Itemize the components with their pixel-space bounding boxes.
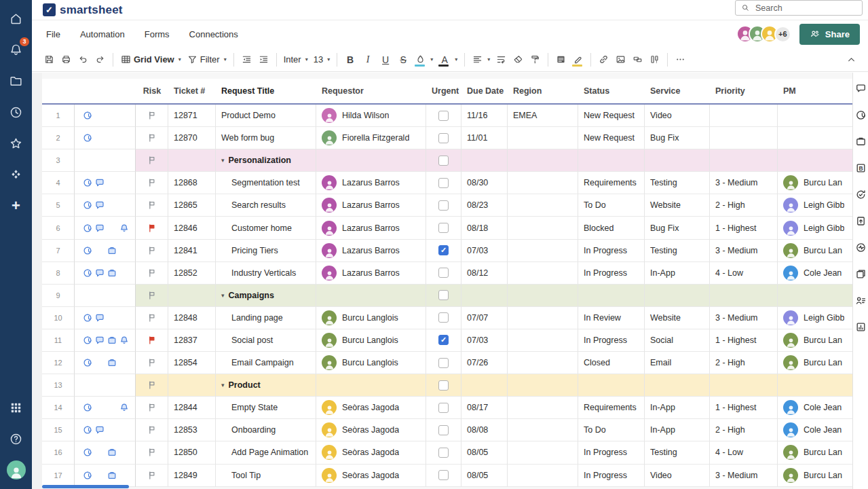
region-cell[interactable] <box>508 374 578 397</box>
nav-help[interactable] <box>7 429 26 448</box>
attachment-icon[interactable] <box>83 200 92 210</box>
status-cell[interactable]: Closed <box>578 352 645 374</box>
status-cell[interactable] <box>578 285 645 307</box>
ticket-cell[interactable]: 12852 <box>168 262 216 285</box>
toolbar-highlight[interactable] <box>569 51 586 69</box>
urgent-checkbox[interactable] <box>438 403 449 413</box>
attachment-icon[interactable] <box>83 471 92 480</box>
priority-cell[interactable]: 3 - Medium <box>710 465 778 487</box>
requestor-cell[interactable]: Burcu Langlois <box>316 329 426 352</box>
urgent-cell[interactable] <box>426 285 461 307</box>
pm-cell[interactable]: Leigh Gibb <box>778 307 852 329</box>
proof-icon[interactable] <box>107 358 117 367</box>
status-cell[interactable]: New Request <box>578 105 645 127</box>
attachment-icon[interactable] <box>83 358 92 367</box>
pm-cell[interactable]: Burcu Lan <box>778 172 852 194</box>
due-date-cell[interactable]: 11/01 <box>461 127 508 149</box>
urgent-cell[interactable] <box>426 397 461 419</box>
attachment-icon[interactable] <box>83 313 92 323</box>
ticket-cell[interactable]: 12871 <box>168 105 216 127</box>
ticket-cell[interactable]: 12865 <box>168 194 216 217</box>
nav-recents[interactable] <box>7 103 26 122</box>
urgent-cell[interactable] <box>426 105 461 127</box>
requestor-avatar[interactable] <box>322 355 337 370</box>
priority-cell[interactable]: 1 - Highest <box>710 329 778 352</box>
row-number-cell[interactable]: 1 <box>42 105 75 127</box>
due-date-cell[interactable]: 08/18 <box>461 217 508 239</box>
pm-avatar[interactable] <box>783 243 798 258</box>
service-cell[interactable] <box>645 149 710 172</box>
due-date-cell[interactable]: 07/03 <box>461 329 508 352</box>
rail-attachments[interactable] <box>855 109 867 121</box>
proof-icon[interactable] <box>107 336 117 345</box>
requestor-cell[interactable] <box>316 374 426 397</box>
toolbar-image[interactable] <box>612 51 629 69</box>
column-header-title[interactable]: Request Title <box>216 86 316 96</box>
pm-cell[interactable] <box>778 105 852 127</box>
due-date-cell[interactable]: 08/05 <box>461 465 508 487</box>
row-number-cell[interactable]: 16 <box>42 441 75 464</box>
urgent-cell[interactable] <box>426 172 461 194</box>
request-title-cell[interactable]: Empty State <box>216 397 316 419</box>
risk-cell[interactable] <box>136 172 168 194</box>
row-number-cell[interactable]: 2 <box>42 127 75 149</box>
status-cell[interactable]: Blocked <box>578 217 645 239</box>
risk-cell[interactable] <box>136 465 168 487</box>
attachment-icon[interactable] <box>83 268 92 278</box>
region-cell[interactable] <box>508 352 578 374</box>
ticket-cell[interactable]: 12850 <box>168 441 216 464</box>
proof-icon[interactable] <box>107 448 117 457</box>
attachment-icon[interactable] <box>83 111 92 120</box>
due-date-cell[interactable]: 08/30 <box>461 172 508 194</box>
due-date-cell[interactable]: 08/05 <box>461 441 508 464</box>
comment-icon[interactable] <box>95 200 105 210</box>
attachment-icon[interactable] <box>83 133 92 143</box>
requestor-cell[interactable]: Fiorella Fitzgerald <box>316 127 426 149</box>
priority-cell[interactable]: 3 - Medium <box>710 240 778 262</box>
urgent-checkbox[interactable] <box>438 470 449 480</box>
request-title-cell[interactable]: Pricing Tiers <box>216 240 316 262</box>
urgent-checkbox[interactable] <box>438 312 449 323</box>
rail-update-requests[interactable] <box>855 189 867 200</box>
row-number-cell[interactable]: 4 <box>42 172 75 194</box>
pm-avatar[interactable] <box>783 333 798 348</box>
status-cell[interactable] <box>578 374 645 397</box>
due-date-cell[interactable]: 08/17 <box>461 397 508 419</box>
proof-icon[interactable] <box>107 471 117 480</box>
service-cell[interactable]: Video <box>645 105 710 127</box>
urgent-cell[interactable]: ✓ <box>426 329 461 352</box>
pm-cell[interactable]: Leigh Gibb <box>778 194 852 217</box>
service-cell[interactable] <box>645 374 710 397</box>
due-date-cell[interactable]: 08/08 <box>461 419 508 441</box>
pm-avatar[interactable] <box>783 355 798 370</box>
nav-home[interactable] <box>7 9 26 28</box>
region-cell[interactable] <box>508 465 578 487</box>
column-header-status[interactable]: Status <box>578 86 645 96</box>
ticket-cell[interactable] <box>168 374 216 397</box>
urgent-checkbox[interactable] <box>438 290 449 300</box>
proof-icon[interactable] <box>107 246 117 255</box>
toolbar-save[interactable] <box>41 51 58 69</box>
region-cell[interactable] <box>508 149 578 172</box>
rail-brandfolder[interactable]: B <box>855 162 867 174</box>
menu-item-connections[interactable]: Connections <box>189 29 238 39</box>
status-cell[interactable]: In Progress <box>578 329 645 352</box>
ticket-cell[interactable]: 12853 <box>168 419 216 441</box>
pm-cell[interactable]: Burcu Lan <box>778 240 852 262</box>
region-cell[interactable] <box>508 127 578 149</box>
pm-cell[interactable]: Burcu Lan <box>778 441 852 464</box>
service-cell[interactable]: Testing <box>645 240 710 262</box>
risk-cell[interactable] <box>136 285 168 307</box>
pm-cell[interactable] <box>778 374 852 397</box>
pm-avatar[interactable] <box>783 198 798 213</box>
region-cell[interactable] <box>508 329 578 352</box>
risk-cell[interactable] <box>136 397 168 419</box>
toolbar-align[interactable]: ▾ <box>469 51 493 69</box>
requestor-avatar[interactable] <box>322 221 337 236</box>
group-title-cell[interactable]: ▾Product <box>216 374 316 397</box>
due-date-cell[interactable]: 08/12 <box>461 262 508 285</box>
bell-icon[interactable] <box>119 336 129 345</box>
service-cell[interactable] <box>645 285 710 307</box>
region-cell[interactable] <box>508 441 578 464</box>
ticket-cell[interactable]: 12848 <box>168 307 216 329</box>
